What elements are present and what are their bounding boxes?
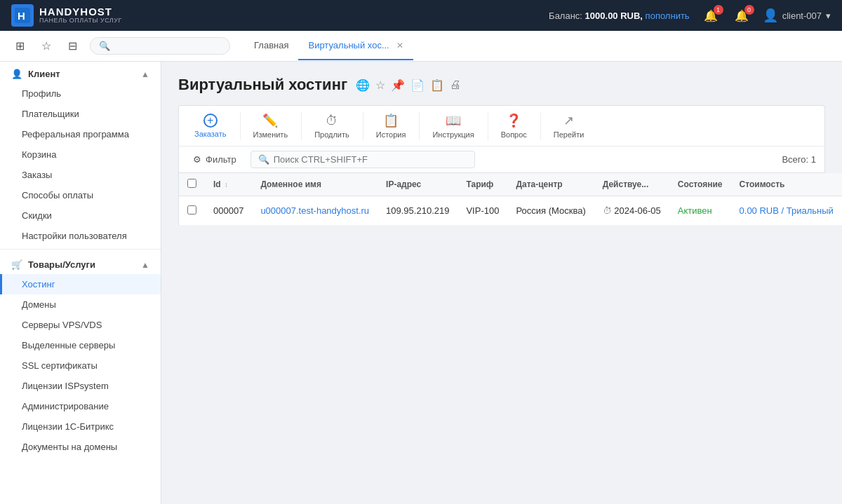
- row-tariff: VIP-100: [457, 196, 507, 226]
- services-section-label: Товары/Услуги: [28, 259, 95, 270]
- toolbar: ⊞ ☆ ⊟ 🔍 Главная Виртуальный хос... ✕: [0, 31, 842, 62]
- sidebar-item-user-settings[interactable]: Настройки пользователя: [0, 226, 161, 246]
- row-price: 0.00 RUB / Триальный: [731, 196, 842, 226]
- renew-icon: ⏱: [326, 114, 338, 128]
- sort-icon: ↕: [225, 181, 228, 189]
- action-separator-5: [488, 112, 488, 140]
- col-status[interactable]: Состояние: [669, 173, 731, 196]
- action-bar: + Заказать ✏️ Изменить ⏱ Продлить 📋 Исто…: [178, 105, 825, 147]
- sidebar-item-hosting[interactable]: Хостинг: [0, 274, 161, 294]
- action-separator-4: [419, 112, 420, 140]
- col-datacenter[interactable]: Дата-центр: [507, 173, 594, 196]
- sidebar-item-domain-docs[interactable]: Документы на домены: [0, 437, 161, 457]
- doc-icon[interactable]: 📄: [410, 79, 425, 92]
- instructions-icon: 📖: [446, 113, 461, 128]
- sidebar-item-ispsystem[interactable]: Лицензии ISPsystem: [0, 376, 161, 396]
- col-tariff[interactable]: Тариф: [457, 173, 507, 196]
- user-menu-button[interactable]: 👤 client-007 ▾: [763, 8, 831, 23]
- table-row: 000007 u000007.test-handyhost.ru 109.95.…: [179, 196, 843, 226]
- notification-badge-2: 0: [744, 5, 754, 15]
- page-header: Виртуальный хостинг 🌐 ☆ 📌 📄 📋 🖨: [178, 76, 825, 94]
- question-button[interactable]: ❓ Вопрос: [491, 109, 537, 143]
- search-input-wrap[interactable]: 🔍: [250, 151, 475, 168]
- col-id[interactable]: Id ↕: [205, 173, 252, 196]
- sidebar-item-referral[interactable]: Реферальная программа: [0, 124, 161, 144]
- search-icon-sm: 🔍: [258, 154, 269, 165]
- order-button[interactable]: + Заказать: [185, 109, 237, 142]
- star-icon[interactable]: ☆: [37, 36, 55, 55]
- top-navbar: H HANDYHOST ПАНЕЛЬ ОПЛАТЫ УСЛУГ Баланс: …: [0, 0, 842, 31]
- col-price[interactable]: Стоимость: [731, 173, 842, 196]
- renew-label: Продлить: [314, 130, 349, 139]
- search-input[interactable]: [274, 154, 467, 165]
- filter-button[interactable]: ⚙ Фильтр: [187, 151, 242, 168]
- services-section-icon: 🛒: [11, 259, 22, 270]
- sidebar-item-ssl[interactable]: SSL сертификаты: [0, 355, 161, 376]
- history-label: История: [376, 130, 406, 139]
- goto-icon: ↗: [563, 113, 574, 128]
- col-ip[interactable]: IP-адрес: [377, 173, 457, 196]
- tab-hosting[interactable]: Виртуальный хос... ✕: [298, 32, 413, 60]
- content-area: Виртуальный хостинг 🌐 ☆ 📌 📄 📋 🖨 + Заказа…: [161, 62, 842, 504]
- toolbar-search-wrap[interactable]: 🔍: [90, 37, 230, 55]
- notification-button-1[interactable]: 🔔 1: [701, 6, 721, 25]
- star-page-icon[interactable]: ☆: [375, 79, 385, 92]
- col-domain[interactable]: Доменное имя: [252, 173, 377, 196]
- client-section-icon: 👤: [11, 69, 22, 79]
- sidebar-item-payment-methods[interactable]: Способы оплаты: [0, 185, 161, 205]
- renew-button[interactable]: ⏱ Продлить: [305, 109, 360, 143]
- col-date[interactable]: Действуе...: [594, 173, 669, 196]
- edit-icon: ✏️: [262, 113, 278, 128]
- sidebar-item-dedicated[interactable]: Выделенные серверы: [0, 335, 161, 355]
- row-checkbox[interactable]: [187, 205, 196, 214]
- sidebar-item-discounts[interactable]: Скидки: [0, 205, 161, 226]
- brand-name: HANDYHOST: [39, 6, 122, 18]
- sidebar-item-profile[interactable]: Профиль: [0, 83, 161, 104]
- apps-icon[interactable]: ⊟: [64, 36, 81, 55]
- grid-view-icon[interactable]: ⊞: [11, 36, 29, 55]
- goto-label: Перейти: [554, 130, 584, 139]
- filter-icon: ⚙: [193, 154, 201, 165]
- sidebar-item-vps-vds[interactable]: Серверы VPS/VDS: [0, 315, 161, 335]
- sidebar-item-domains[interactable]: Домены: [0, 294, 161, 315]
- instructions-button[interactable]: 📖 Инструкция: [422, 109, 484, 143]
- username-label: client-007: [782, 11, 822, 21]
- history-button[interactable]: 📋 История: [366, 109, 417, 143]
- row-date: ⏱ 2024-06-05: [594, 196, 669, 226]
- sidebar-item-cart[interactable]: Корзина: [0, 144, 161, 165]
- edit-button[interactable]: ✏️ Изменить: [243, 109, 299, 143]
- print-icon[interactable]: 🖨: [450, 79, 461, 92]
- globe-icon[interactable]: 🌐: [356, 79, 370, 92]
- goto-button[interactable]: ↗ Перейти: [544, 109, 595, 143]
- copy-icon[interactable]: 📋: [430, 79, 444, 92]
- table-body: 000007 u000007.test-handyhost.ru 109.95.…: [179, 196, 843, 226]
- question-label: Вопрос: [501, 130, 527, 139]
- tab-bar: Главная Виртуальный хос... ✕: [244, 32, 413, 60]
- row-domain[interactable]: u000007.test-handyhost.ru: [252, 196, 377, 226]
- sidebar-section-services[interactable]: 🛒 Товары/Услуги ▲: [0, 252, 161, 274]
- select-all-checkbox[interactable]: [187, 179, 196, 188]
- question-icon: ❓: [506, 113, 521, 128]
- row-datacenter: Россия (Москва): [507, 196, 594, 226]
- search-icon: 🔍: [99, 41, 110, 51]
- page-title: Виртуальный хостинг: [178, 76, 347, 94]
- notification-badge-1: 1: [714, 5, 723, 15]
- sidebar-item-admin[interactable]: Администрирование: [0, 396, 161, 416]
- sidebar-divider: [0, 249, 161, 250]
- sidebar-item-payers[interactable]: Плательщики: [0, 104, 161, 124]
- price-link[interactable]: 0.00 RUB / Триальный: [740, 205, 834, 216]
- tab-close-icon[interactable]: ✕: [396, 41, 403, 50]
- pin-icon[interactable]: 📌: [391, 79, 405, 92]
- balance-label: Баланс:: [549, 11, 582, 21]
- tab-home[interactable]: Главная: [244, 32, 298, 60]
- table-header: Id ↕ Доменное имя IP-адрес Тариф Дата-це…: [179, 173, 843, 196]
- replenish-link[interactable]: пополнить: [646, 11, 690, 21]
- top-nav-right: Баланс: 1000.00 RUB, пополнить 🔔 1 🔔 0 👤…: [549, 6, 831, 25]
- order-label: Заказать: [194, 130, 227, 138]
- sidebar-item-bitrix[interactable]: Лицензии 1С-Битрикс: [0, 416, 161, 437]
- notification-button-2[interactable]: 🔔 0: [732, 6, 751, 25]
- sidebar-section-client[interactable]: 👤 Клиент ▲: [0, 62, 161, 83]
- action-separator-3: [363, 112, 363, 140]
- sidebar-item-orders[interactable]: Заказы: [0, 165, 161, 185]
- balance-amount: 1000.00 RUB,: [585, 11, 643, 21]
